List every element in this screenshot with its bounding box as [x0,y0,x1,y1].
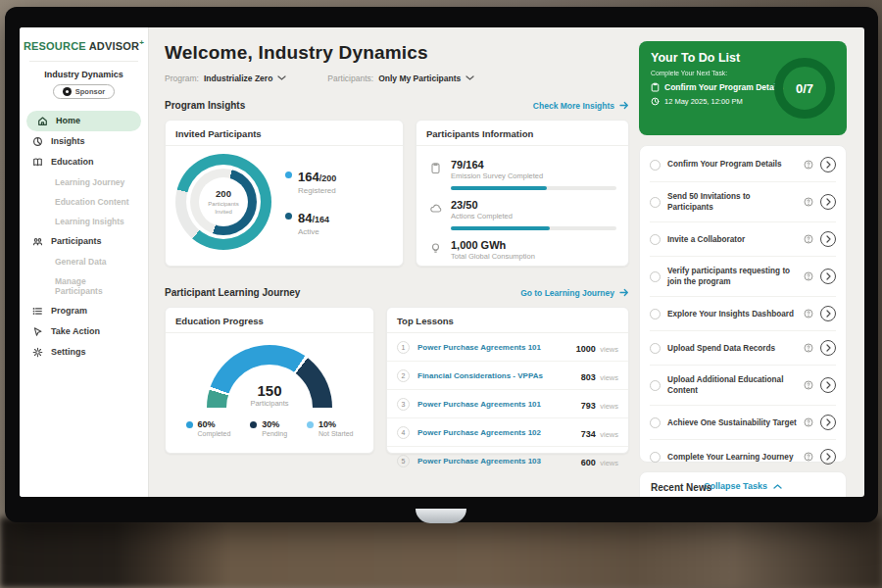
task-label[interactable]: Send 50 Invitations to Participants [667,191,797,213]
legend-total: /164 [312,215,329,224]
invited-participants-card: Invited Participants 200 Participants In… [165,120,404,267]
task-label[interactable]: Invite a Collaborator [667,234,797,245]
lesson-link[interactable]: Financial Considerations - VPPAs [417,371,573,380]
task-label[interactable]: Verify participants requesting to join t… [667,266,797,287]
info-icon[interactable] [804,452,813,462]
task-open-button[interactable] [820,377,836,393]
link-label: Check More Insights [533,101,614,111]
task-checkbox[interactable] [650,309,661,319]
app-logo: RESOURCE ADVISOR+ [20,38,148,52]
sidebar-item-home[interactable]: Home [26,111,141,131]
sponsor-badge[interactable]: Sponsor [53,84,115,99]
legend-label: Completed [198,430,231,437]
task-checkbox[interactable] [650,380,661,391]
sidebar-item-settings[interactable]: Settings [20,342,148,363]
info-icon[interactable] [804,380,813,390]
link-label: Go to Learning Journey [520,288,614,298]
donut-center-label: Participants Invited [202,201,245,217]
legend-value: 84 [298,211,312,225]
stat-label: Actions Completed [451,212,616,220]
info-icon[interactable] [804,309,813,318]
task-checkbox[interactable] [650,160,661,171]
chevron-right-icon [826,198,831,206]
progress-bar [451,226,616,230]
stat-actions: 23/50 Actions Completed [428,193,616,233]
collapse-label: Collapse Tasks [704,481,767,491]
sidebar-item-take-action[interactable]: Take Action [20,321,148,342]
task-open-button[interactable] [820,449,836,465]
sidebar-item-manage-participants[interactable]: Manage Participants [20,271,148,301]
sidebar-item-learning-insights[interactable]: Learning Insights [20,212,148,231]
lesson-link[interactable]: Power Purchase Agreements 101 [417,343,568,352]
lesson-link[interactable]: Power Purchase Agreements 103 [417,457,573,466]
todo-progress-ring: 0/7 [774,58,835,119]
todo-column: Your To Do List Complete Your Next Task:… [639,41,847,497]
task-checkbox[interactable] [650,234,661,245]
task-checkbox[interactable] [650,343,661,354]
clipboard-icon [651,82,660,92]
divider [29,61,138,62]
program-dropdown[interactable]: Program: Industrialize Zero [165,74,286,83]
info-icon[interactable] [804,160,813,170]
task-open-button[interactable] [820,306,836,321]
task-label[interactable]: Achieve One Sustainability Target [667,417,797,428]
sidebar-item-education[interactable]: Education [20,152,148,172]
stat-emission-survey: 79/164 Emission Survey Completed [428,153,616,193]
lesson-row: 3 Power Purchase Agreements 101 793 view… [387,390,628,418]
sidebar-item-learning-journey[interactable]: Learning Journey [20,172,148,192]
legend-dot [186,421,193,428]
views-count: 793 [581,401,596,411]
task-open-button[interactable] [820,194,836,210]
lesson-link[interactable]: Power Purchase Agreements 102 [417,428,573,437]
task-label[interactable]: Confirm Your Program Details [667,159,797,170]
legend-dot [285,172,292,178]
task-open-button[interactable] [820,340,836,356]
task-checkbox[interactable] [650,271,661,282]
task-open-button[interactable] [820,269,836,284]
lesson-row: 1 Power Purchase Agreements 101 1000 vie… [387,333,628,362]
check-more-insights-link[interactable]: Check More Insights [533,101,629,111]
legend-active: 84/164 Active [285,209,336,236]
task-row: Confirm Your Program Details [650,148,836,182]
info-icon[interactable] [804,234,813,244]
go-to-learning-journey-link[interactable]: Go to Learning Journey [520,288,629,298]
chevron-up-icon [773,484,782,489]
pie-chart-icon [32,136,43,147]
task-label[interactable]: Explore Your Insights Dashboard [667,309,797,319]
participants-dropdown[interactable]: Participants: Only My Participants [327,74,474,83]
info-icon[interactable] [804,197,813,207]
info-icon[interactable] [804,271,813,281]
views-label: views [600,402,618,411]
task-open-button[interactable] [820,231,836,247]
sidebar-item-participants[interactable]: Participants [20,231,148,252]
task-label[interactable]: Upload Additional Educational Content [667,374,797,396]
sidebar-item-general-data[interactable]: General Data [20,252,148,271]
sidebar-item-insights[interactable]: Insights [20,131,148,152]
views-count: 734 [581,429,596,439]
task-checkbox[interactable] [650,452,661,463]
task-open-button[interactable] [820,157,836,172]
task-row: Verify participants requesting to join t… [650,257,836,297]
info-icon[interactable] [804,417,813,427]
views-label: views [600,430,618,439]
lesson-link[interactable]: Power Purchase Agreements 101 [417,400,573,409]
stat-value: 23/50 [451,199,616,211]
stat-value: 1,000 GWh [451,239,616,251]
task-checkbox[interactable] [650,197,661,208]
dashboard-screen: RESOURCE ADVISOR+ Industry Dynamics Spon… [20,27,864,497]
task-row: Upload Additional Educational Content [650,366,836,406]
sidebar-item-program[interactable]: Program [20,301,148,321]
task-checkbox[interactable] [650,417,661,428]
sidebar-item-education-content[interactable]: Education Content [20,192,148,212]
chevron-right-icon [826,310,831,318]
views-count: 1000 [576,344,596,354]
sidebar-item-label: Home [56,116,80,125]
program-label: Program: [165,74,199,83]
task-label[interactable]: Complete Your Learning Journey [667,452,797,463]
legend-total: /200 [319,173,337,183]
todo-next-due: 12 May 2025, 12:00 PM [664,97,743,106]
info-icon[interactable] [804,343,813,353]
task-open-button[interactable] [820,415,836,430]
task-label[interactable]: Upload Spend Data Records [667,343,797,354]
logo-advisor: ADVISOR [89,40,140,52]
